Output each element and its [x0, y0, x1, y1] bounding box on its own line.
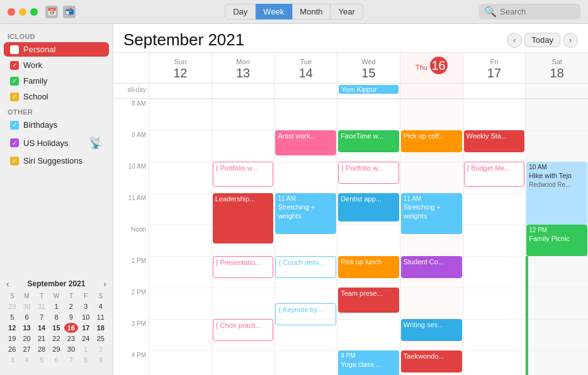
mini-day[interactable]: 22 — [49, 333, 63, 344]
mini-day[interactable]: 2 — [94, 344, 108, 354]
event-wed-yoga[interactable]: 4 PM Yoga class ... — [338, 350, 399, 375]
event-wed-portfolio[interactable]: { Portfolio w... — [338, 162, 399, 184]
prev-week-button[interactable]: ‹ — [507, 33, 522, 48]
usholidays-label: US Holidays — [23, 138, 69, 148]
mini-day[interactable]: 21 — [35, 333, 48, 344]
next-week-button[interactable]: › — [563, 33, 578, 48]
event-mon-leadership[interactable]: Leadership... — [213, 193, 274, 243]
calendar-icon[interactable]: 📅 — [45, 6, 58, 18]
event-label: Yoga class ... — [341, 361, 382, 368]
mini-day[interactable]: 1 — [49, 301, 63, 311]
mini-day[interactable]: 31 — [35, 301, 48, 311]
sidebar-item-school[interactable]: ✓ School — [4, 89, 109, 104]
mini-day[interactable]: 3 — [5, 355, 19, 365]
sidebar-item-family[interactable]: ✓ Family — [4, 74, 109, 88]
mini-day-12[interactable]: 12 — [5, 323, 19, 333]
mini-day[interactable]: 9 — [94, 355, 108, 365]
event-wed-team[interactable]: Team prese... — [338, 288, 399, 313]
inbox-icon[interactable]: 📬 — [63, 6, 76, 18]
work-label: Work — [23, 60, 42, 70]
day-col-thu: Pick up coff... 11 AM Stretching + weigh… — [400, 99, 463, 375]
mini-day[interactable]: 23 — [64, 333, 78, 344]
event-wed-pickup-lunch[interactable]: Pick up lunch — [338, 256, 399, 278]
time-header-spacer — [113, 53, 149, 83]
sidebar-item-siri[interactable]: ✓ Siri Suggestions — [4, 154, 109, 168]
event-wed-facetime[interactable]: FaceTime w... — [338, 130, 399, 152]
mini-cal-next[interactable]: › — [103, 279, 106, 289]
close-button[interactable] — [8, 8, 15, 16]
event-tue-couch[interactable]: { Couch deliv... — [275, 256, 336, 278]
mini-day[interactable]: 30 — [64, 344, 78, 354]
mini-day[interactable]: 8 — [49, 312, 63, 322]
mini-day[interactable]: 20 — [20, 333, 33, 344]
event-fri-weekly[interactable]: Weekly Sta... — [464, 130, 525, 152]
mini-day[interactable]: 26 — [5, 344, 19, 354]
event-mon-choir[interactable]: { Choir practi... — [213, 319, 274, 341]
mini-day[interactable]: 4 — [20, 355, 33, 365]
event-tue-stretching[interactable]: 11 AM Stretching + weights — [275, 193, 336, 234]
mini-day[interactable]: 5 — [5, 312, 19, 322]
mini-day[interactable]: 25 — [94, 333, 108, 344]
search-bar[interactable]: 🔍 — [479, 4, 580, 20]
event-tue-keynote[interactable]: { Keynote by... — [275, 303, 336, 325]
event-tue-artist[interactable]: Artist work... — [275, 130, 336, 155]
mini-day[interactable]: 30 — [20, 301, 33, 311]
nav-day[interactable]: Day — [225, 4, 256, 20]
event-thu-taekwondo[interactable]: Taekwondo... — [401, 350, 462, 372]
event-mon-portfolio[interactable]: { Portfolio w... — [213, 162, 274, 187]
maximize-button[interactable] — [30, 8, 38, 16]
event-label: { Couch deliv... — [278, 259, 324, 266]
mini-day[interactable]: 10 — [79, 312, 93, 322]
event-thu-writing[interactable]: Writing ses... — [401, 319, 462, 341]
mini-day-13[interactable]: 13 — [20, 323, 33, 333]
mini-day[interactable]: 29 — [5, 301, 19, 311]
nav-month[interactable]: Month — [292, 4, 331, 20]
event-wed-dentist[interactable]: Dentist app... — [338, 193, 399, 221]
today-button[interactable]: Today — [524, 33, 560, 47]
mini-day-17[interactable]: 17 — [79, 323, 93, 333]
search-input[interactable] — [500, 7, 575, 16]
mini-day[interactable]: 27 — [20, 344, 33, 354]
sidebar-item-usholidays[interactable]: ✓ US Holidays 📡 — [4, 133, 109, 152]
mini-cal-prev[interactable]: ‹ — [6, 279, 9, 289]
sidebar-item-birthdays[interactable]: ✓ Birthdays — [4, 118, 109, 132]
mini-day[interactable]: 11 — [94, 312, 108, 322]
mini-day[interactable]: 6 — [49, 355, 63, 365]
sidebar-item-personal[interactable]: ✓ Personal — [4, 42, 109, 57]
mini-day-16[interactable]: 16 — [64, 323, 78, 333]
event-sat-hike[interactable]: 10 AM Hike with Tejo Redwood Re... — [526, 162, 587, 225]
mini-day[interactable]: 5 — [35, 355, 48, 365]
yom-kippur-event[interactable]: Yom Kippur — [339, 85, 399, 94]
event-thu-stretching[interactable]: 11 AM Stretching + weights — [401, 193, 462, 234]
event-sat-picnic[interactable]: 12 PM Family Picnic — [526, 225, 587, 256]
event-fri-budget[interactable]: { Budget Me... — [464, 162, 525, 187]
mini-day-14[interactable]: 14 — [35, 323, 48, 333]
mini-day-15[interactable]: 15 — [49, 323, 63, 333]
mini-day[interactable]: 29 — [49, 344, 63, 354]
minimize-button[interactable] — [19, 8, 26, 16]
mini-day[interactable]: 28 — [35, 344, 48, 354]
day-col-mon: { Portfolio w... Leadership... { Present… — [212, 99, 274, 375]
mini-day[interactable]: 4 — [94, 301, 108, 311]
event-mon-presentation[interactable]: { Presentatio... — [213, 256, 274, 278]
nav-week[interactable]: Week — [256, 4, 292, 20]
event-thu-pickup-coffee[interactable]: Pick up coff... — [401, 130, 462, 152]
event-label: Pick up coff... — [404, 132, 445, 140]
mini-day[interactable]: 6 — [20, 312, 33, 322]
nav-year[interactable]: Year — [331, 4, 363, 20]
search-icon: 🔍 — [484, 6, 497, 18]
mini-day[interactable]: 19 — [5, 333, 19, 344]
mini-day[interactable]: 2 — [64, 301, 78, 311]
main-layout: iCloud ✓ Personal ✓ Work ✓ Family ✓ Scho… — [0, 24, 588, 375]
mini-day-18[interactable]: 18 — [94, 323, 108, 333]
mini-day[interactable]: 7 — [35, 312, 48, 322]
mini-day[interactable]: 8 — [79, 355, 93, 365]
day-header-thu[interactable]: Thu 16 — [400, 53, 463, 83]
event-thu-student[interactable]: Student Co... — [401, 256, 462, 278]
mini-day[interactable]: 1 — [79, 344, 93, 354]
mini-day[interactable]: 3 — [79, 301, 93, 311]
sidebar-item-work[interactable]: ✓ Work — [4, 58, 109, 72]
mini-day[interactable]: 9 — [64, 312, 78, 322]
mini-day[interactable]: 7 — [64, 355, 78, 365]
mini-day[interactable]: 24 — [79, 333, 93, 344]
